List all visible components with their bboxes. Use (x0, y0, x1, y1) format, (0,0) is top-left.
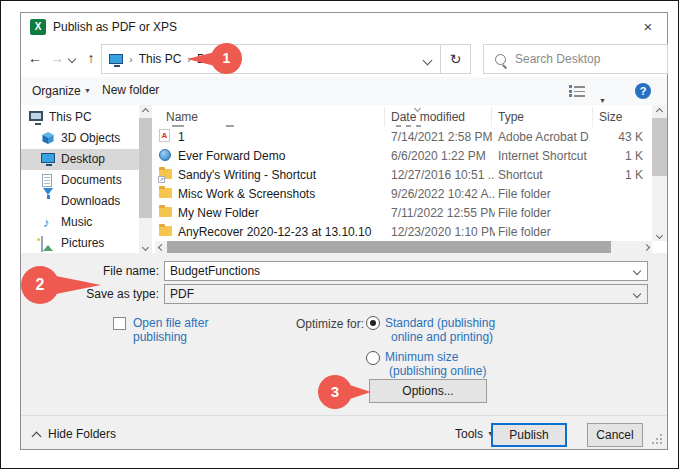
publish-dialog: X Publish as PDF or XPS × ← → ↑ › This P… (20, 12, 668, 450)
recent-locations-chevron-icon[interactable] (68, 55, 76, 63)
scroll-down-icon[interactable] (139, 241, 152, 253)
search-placeholder: Search Desktop (515, 52, 600, 66)
footer-divider (21, 415, 667, 416)
sidebar-item-music[interactable]: ♪ Music (21, 212, 139, 233)
hide-folders-button[interactable]: Hide Folders (48, 427, 116, 441)
minimum-size-radio[interactable] (366, 351, 380, 365)
location-desktop-icon (109, 54, 123, 64)
sidebar-item-pictures[interactable]: Pictures (21, 233, 139, 253)
change-view-icon[interactable] (569, 85, 585, 97)
minimum-size-radio-label-line2[interactable]: (publishing online) (389, 364, 486, 378)
excel-icon: X (30, 19, 46, 35)
open-after-label-line1[interactable]: Open file after (133, 316, 208, 330)
open-file-after-publishing-checkbox[interactable] (113, 317, 126, 330)
sidebar-item-this-pc[interactable]: This PC (21, 107, 139, 128)
scroll-right-icon[interactable] (640, 241, 652, 253)
breadcrumb-separator: › (129, 53, 133, 65)
sidebar-scrollbar-thumb[interactable] (139, 118, 152, 218)
window-title: Publish as PDF or XPS (53, 13, 177, 41)
search-icon (495, 54, 506, 65)
clipped-row-fragment (396, 125, 401, 127)
scroll-up-icon[interactable] (653, 105, 666, 117)
caret-down-icon: ▼ (84, 87, 91, 94)
documents-icon (42, 174, 52, 187)
column-header-date-modified[interactable]: Date modified (391, 110, 465, 124)
clipped-row-fragment (406, 125, 411, 127)
file-name-dropdown-chevron-icon[interactable] (633, 267, 641, 275)
standard-radio[interactable] (366, 316, 380, 330)
browser-pane: This PC 3D Objects Desktop Documents (21, 105, 667, 253)
folder-icon (159, 186, 173, 200)
title-bar: X Publish as PDF or XPS × (21, 13, 667, 41)
scroll-down-icon[interactable] (653, 229, 666, 241)
music-icon: ♪ (43, 216, 57, 229)
save-as-type-select[interactable]: PDF (164, 284, 648, 304)
folder-icon (159, 224, 173, 238)
address-dropdown-chevron-icon[interactable] (423, 56, 433, 66)
this-pc-icon (29, 111, 43, 121)
shortcut-folder-icon: ↗ (159, 167, 173, 181)
up-icon[interactable]: ↑ (81, 45, 101, 71)
annotation-step-1: 1 (211, 43, 242, 74)
pdf-file-icon: A (159, 129, 173, 143)
address-bar[interactable]: › This PC › Desktop (101, 44, 441, 74)
tools-button[interactable]: Tools (455, 427, 483, 441)
desktop-icon (41, 153, 55, 163)
clipped-row-fragment (226, 125, 234, 127)
standard-radio-label-line2[interactable]: online and printing) (391, 330, 493, 344)
command-toolbar: Organize ▼ New folder ▼ ? (21, 77, 667, 106)
list-vertical-scrollbar[interactable] (652, 105, 667, 241)
save-options-pane: 2 File name: BudgetFunctions Save as typ… (21, 253, 667, 449)
optimize-for-label: Optimize for: (296, 317, 364, 331)
open-after-label-line2[interactable]: publishing (133, 330, 187, 344)
sidebar-item-documents[interactable]: Documents (21, 170, 139, 191)
organize-button[interactable]: Organize ▼ (32, 77, 91, 105)
cube-3d-icon (41, 132, 55, 145)
hide-folders-chevron-icon[interactable] (32, 432, 42, 442)
save-as-type-dropdown-chevron-icon[interactable] (633, 290, 641, 298)
refresh-icon[interactable]: ↻ (440, 44, 471, 74)
sidebar-item-downloads[interactable]: Downloads (21, 191, 139, 212)
search-box[interactable]: Search Desktop (483, 44, 668, 74)
horizontal-scrollbar-thumb[interactable] (167, 241, 611, 253)
back-icon[interactable]: ← (25, 45, 45, 71)
sidebar-item-desktop[interactable]: Desktop (21, 149, 139, 170)
clipped-row-fragment (416, 125, 421, 127)
column-header-size[interactable]: Size (599, 110, 622, 124)
new-folder-button[interactable]: New folder (102, 77, 159, 104)
options-button[interactable]: Options... (369, 379, 487, 403)
folder-icon (159, 205, 173, 219)
publish-button[interactable]: Publish (491, 423, 567, 447)
help-icon[interactable]: ? (635, 83, 651, 99)
resize-grip[interactable] (660, 442, 662, 444)
column-header-type[interactable]: Type (498, 110, 524, 124)
scroll-up-icon[interactable] (139, 105, 152, 117)
list-horizontal-scrollbar[interactable] (155, 241, 652, 253)
scroll-left-icon[interactable] (155, 241, 167, 253)
pictures-icon (41, 236, 43, 252)
column-header-name[interactable]: Name (166, 110, 198, 124)
forward-icon[interactable]: → (47, 45, 67, 71)
save-as-type-value: PDF (170, 287, 194, 301)
screenshot-frame: X Publish as PDF or XPS × ← → ↑ › This P… (0, 0, 679, 469)
sidebar-item-3d-objects[interactable]: 3D Objects (21, 128, 139, 149)
file-name-input[interactable]: BudgetFunctions (164, 261, 648, 281)
minimum-size-radio-label-line1[interactable]: Minimum size (385, 350, 458, 364)
annotation-step-2: 2 (21, 266, 59, 304)
internet-shortcut-icon (159, 148, 173, 162)
cancel-button[interactable]: Cancel (587, 423, 643, 447)
list-scrollbar-thumb[interactable] (652, 118, 667, 176)
downloads-icon (41, 195, 55, 208)
sidebar-scrollbar[interactable] (139, 105, 152, 253)
clipped-row-fragment (172, 125, 184, 127)
annotation-step-3: 3 (318, 375, 352, 409)
close-icon[interactable]: × (637, 13, 659, 41)
breadcrumb-this-pc[interactable]: This PC (139, 52, 182, 66)
standard-radio-label-line1[interactable]: Standard (publishing (385, 316, 495, 330)
file-name-value: BudgetFunctions (170, 264, 260, 278)
